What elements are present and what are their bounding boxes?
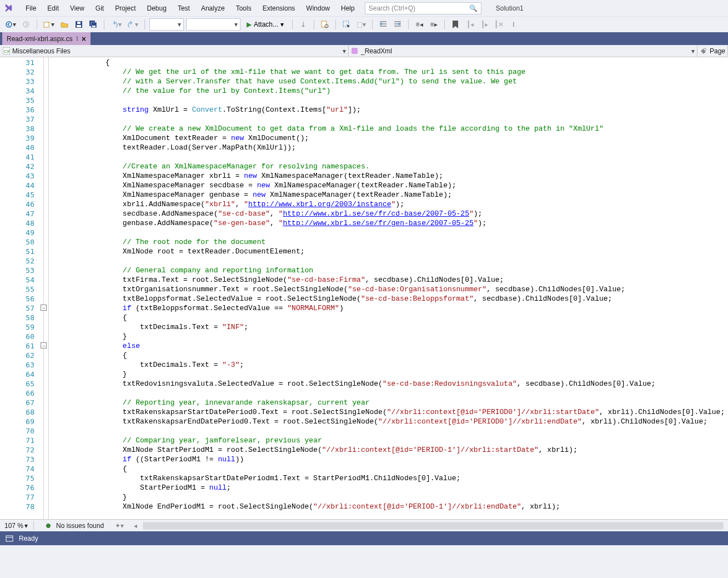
- scroll-left-icon[interactable]: ◂: [134, 522, 137, 530]
- select-element-button[interactable]: [340, 18, 353, 31]
- menu-git[interactable]: Git: [90, 2, 109, 14]
- menu-help[interactable]: Help: [335, 2, 360, 14]
- inspect-button[interactable]: ⬚▾: [355, 18, 368, 31]
- fold-toggle[interactable]: −: [41, 342, 47, 348]
- line-number-gutter: 3132333435363738394041424344454647484950…: [0, 57, 39, 519]
- toolbar-overflow-button[interactable]: ⁞: [508, 18, 520, 31]
- scope-combo[interactable]: C# Miscellaneous Files ▾: [0, 45, 349, 57]
- play-icon: ▶: [247, 21, 252, 28]
- prev-bookmark-button[interactable]: ┃◂: [464, 18, 476, 31]
- svg-rect-18: [6, 536, 13, 541]
- tab-strip: Read-xml-xbrl.aspx.cs ⟟ ×: [0, 32, 728, 45]
- code-area[interactable]: { // We get the url of the xml-file that…: [53, 57, 728, 519]
- new-item-button[interactable]: ▾: [42, 18, 56, 31]
- pin-icon[interactable]: ⟟: [76, 35, 78, 42]
- nav-fwd-button[interactable]: [20, 18, 32, 31]
- indent-more-button[interactable]: [391, 18, 404, 31]
- open-button[interactable]: [58, 18, 71, 31]
- page-label: Page: [710, 47, 725, 55]
- status-text: Ready: [19, 535, 38, 542]
- health-indicator-icon[interactable]: ✦▾: [115, 522, 124, 530]
- search-placeholder: Search (Ctrl+Q): [369, 4, 415, 12]
- clear-bookmarks-button[interactable]: ┃✕: [493, 18, 505, 31]
- menu-window[interactable]: Window: [300, 2, 335, 14]
- platform-combo[interactable]: ▾: [186, 18, 240, 31]
- code-editor[interactable]: 3132333435363738394041424344454647484950…: [0, 57, 728, 519]
- issues-label: No issues found: [56, 522, 104, 530]
- status-bar: Ready: [0, 531, 728, 545]
- zoom-value: 107 %: [4, 522, 23, 530]
- search-icon: 🔍: [469, 4, 478, 12]
- redo-button[interactable]: ▾: [125, 18, 140, 31]
- menu-tools[interactable]: Tools: [230, 2, 257, 14]
- vs-logo-icon: [3, 3, 14, 14]
- method-icon: [351, 47, 359, 55]
- csharp-file-icon: C#: [2, 47, 10, 55]
- bookmark-button[interactable]: [449, 18, 461, 31]
- menu-edit[interactable]: Edit: [42, 2, 64, 14]
- editor-status-strip: 107 % ▾ No issues found ✦▾ ◂: [0, 519, 728, 531]
- member-label: _ReadXml: [361, 47, 392, 55]
- menu-analyze[interactable]: Analyze: [195, 2, 230, 14]
- find-in-files-button[interactable]: [319, 18, 331, 31]
- scope-label: Miscellaneous Files: [12, 47, 71, 55]
- svg-rect-4: [77, 25, 81, 27]
- svg-rect-5: [77, 22, 81, 24]
- fold-column[interactable]: −−: [39, 57, 53, 519]
- toolbar: ▾ ▾ ▾ ▾ ▾ ▾ ▶ Attach...▾ ⤓ ⬚▾ ≡◂ ≡▸ ┃◂ ┃…: [0, 16, 728, 32]
- svg-point-0: [6, 22, 12, 27]
- member-combo[interactable]: _ReadXml ▾: [349, 45, 697, 57]
- attach-button[interactable]: ▶ Attach...▾: [243, 18, 288, 31]
- svg-rect-16: [352, 48, 358, 54]
- close-icon[interactable]: ×: [82, 34, 86, 43]
- ok-status-icon: [46, 524, 51, 528]
- menu-file[interactable]: File: [20, 2, 42, 14]
- page-combo[interactable]: Page: [697, 45, 728, 57]
- outdent-button[interactable]: ≡◂: [413, 18, 425, 31]
- output-pane-icon[interactable]: [6, 535, 13, 542]
- menu-extensions[interactable]: Extensions: [257, 2, 301, 14]
- file-tab-active[interactable]: Read-xml-xbrl.aspx.cs ⟟ ×: [2, 32, 91, 45]
- property-icon: [700, 47, 707, 55]
- menu-project[interactable]: Project: [109, 2, 141, 14]
- config-combo[interactable]: ▾: [149, 18, 184, 31]
- search-box[interactable]: Search (Ctrl+Q) 🔍: [365, 2, 481, 14]
- horizontal-scrollbar[interactable]: [143, 522, 724, 530]
- solution-name[interactable]: Solution1: [491, 3, 528, 14]
- chevron-down-icon: ▾: [24, 522, 28, 530]
- svg-rect-8: [92, 26, 96, 27]
- menu-bar: FileEditViewGitProjectDebugTestAnalyzeTo…: [0, 0, 728, 16]
- undo-button[interactable]: ▾: [109, 18, 123, 31]
- step-button[interactable]: ⤓: [297, 18, 309, 31]
- indent-button[interactable]: ≡▸: [428, 18, 440, 31]
- nav-back-button[interactable]: ▾: [3, 18, 18, 31]
- next-bookmark-button[interactable]: ┃▸: [478, 18, 490, 31]
- svg-rect-12: [380, 23, 382, 25]
- zoom-combo[interactable]: 107 % ▾: [4, 522, 28, 530]
- save-button[interactable]: [73, 18, 85, 31]
- menu-debug[interactable]: Debug: [142, 2, 172, 14]
- code-nav-bar: C# Miscellaneous Files ▾ _ReadXml ▾ Page: [0, 45, 728, 57]
- menu-view[interactable]: View: [64, 2, 90, 14]
- indent-less-button[interactable]: [377, 18, 389, 31]
- svg-rect-2: [44, 22, 49, 27]
- svg-rect-9: [322, 21, 327, 27]
- save-all-button[interactable]: [87, 18, 99, 31]
- file-tab-label: Read-xml-xbrl.aspx.cs: [7, 35, 73, 43]
- svg-rect-13: [398, 23, 400, 25]
- fold-toggle[interactable]: −: [41, 305, 47, 311]
- attach-label: Attach...: [254, 21, 278, 28]
- svg-text:C#: C#: [4, 49, 10, 54]
- svg-point-17: [704, 48, 706, 51]
- svg-point-1: [23, 22, 29, 27]
- menu-test[interactable]: Test: [172, 2, 195, 14]
